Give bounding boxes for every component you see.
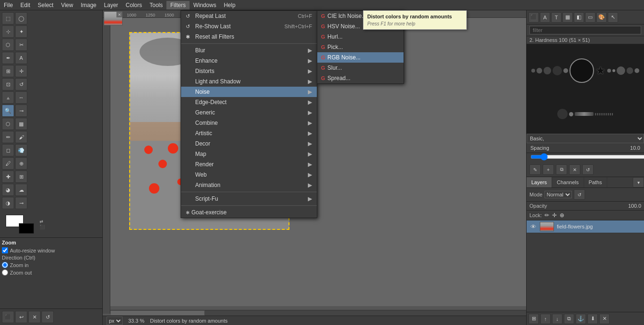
noise-rgb[interactable]: G RGB Noise... bbox=[317, 52, 404, 63]
tool-transform[interactable]: ↺ bbox=[15, 78, 27, 90]
menu-edit[interactable]: Edit bbox=[17, 1, 34, 9]
tool-airbrush[interactable]: 💨 bbox=[15, 144, 27, 156]
unit-select[interactable]: px bbox=[107, 317, 123, 325]
merge-layers-btn[interactable]: ⬇ bbox=[587, 314, 598, 324]
tool-rect-select[interactable]: ⬚ bbox=[2, 12, 14, 24]
tool-text[interactable]: A bbox=[15, 52, 27, 64]
tool-pencil[interactable]: ✏ bbox=[2, 131, 14, 143]
filters-map[interactable]: Map ▶ bbox=[181, 149, 317, 159]
filters-combine[interactable]: Combine ▶ bbox=[181, 118, 317, 128]
filters-light-shadow[interactable]: Light and Shadow ▶ bbox=[181, 76, 317, 87]
filters-script-fu[interactable]: Script-Fu ▶ bbox=[181, 194, 317, 204]
tool-measure[interactable]: ⊸ bbox=[15, 105, 27, 117]
tool-desaturate[interactable]: ⊸ bbox=[15, 197, 27, 209]
edit-brush-btn[interactable]: ✎ bbox=[529, 164, 541, 175]
tool-paintbrush[interactable]: 🖌 bbox=[15, 131, 27, 143]
tool-crop[interactable]: ⊡ bbox=[2, 78, 14, 90]
zoom-out-radio[interactable] bbox=[2, 269, 8, 276]
pattern-icon[interactable]: ▦ bbox=[562, 12, 573, 23]
noise-hurl[interactable]: G Hurl... bbox=[317, 32, 404, 42]
menu-tools[interactable]: Tools bbox=[146, 1, 166, 9]
swap-colors-icon[interactable]: ⇄ bbox=[40, 219, 45, 224]
menu-image[interactable]: Image bbox=[77, 1, 100, 9]
tool-smudge[interactable]: ☁ bbox=[15, 184, 27, 196]
tool-blur-sharpen[interactable]: ◕ bbox=[2, 184, 14, 196]
menu-layer[interactable]: Layer bbox=[100, 1, 122, 9]
menu-select[interactable]: Select bbox=[34, 1, 57, 9]
star-brush[interactable]: ★ bbox=[595, 64, 606, 77]
duplicate-layer-btn[interactable]: ⧉ bbox=[564, 314, 574, 324]
refresh-brush-btn[interactable]: ↺ bbox=[582, 164, 594, 175]
background-color[interactable] bbox=[19, 223, 34, 234]
tool-free-select[interactable]: ⊹ bbox=[2, 25, 14, 38]
palette-icon[interactable]: 🎨 bbox=[596, 12, 607, 23]
delete-brush-btn[interactable]: ✕ bbox=[569, 164, 580, 175]
tool-align[interactable]: ⊞ bbox=[2, 65, 14, 77]
filters-edge-detect[interactable]: Edge-Detect ▶ bbox=[181, 97, 317, 107]
reset-colors-icon[interactable]: ⬛ bbox=[40, 225, 45, 229]
lock-position-icon[interactable]: ✛ bbox=[552, 212, 557, 219]
tab-layers[interactable]: Layers bbox=[527, 177, 552, 187]
pointer-icon[interactable]: ↖ bbox=[608, 12, 618, 23]
filters-artistic[interactable]: Artistic ▶ bbox=[181, 128, 317, 138]
delete-layer-btn[interactable]: ✕ bbox=[599, 314, 610, 324]
menu-filters[interactable]: Filters bbox=[166, 1, 190, 9]
filters-reset-all[interactable]: ✱ Reset all Filters bbox=[181, 32, 317, 42]
new-layer-group-btn[interactable]: ⊞ bbox=[528, 314, 539, 324]
color-swatch[interactable] bbox=[6, 215, 34, 234]
tool-ellipse-select[interactable]: ◯ bbox=[15, 12, 27, 24]
tool-blend[interactable]: ▦ bbox=[15, 118, 27, 130]
menu-view[interactable]: View bbox=[57, 1, 77, 9]
tool-move[interactable]: ✛ bbox=[15, 65, 27, 77]
zoom-in-radio[interactable] bbox=[2, 262, 8, 268]
filters-distorts[interactable]: Distorts ▶ bbox=[181, 66, 317, 76]
restore-icon[interactable]: ↺ bbox=[41, 311, 54, 323]
filters-decor[interactable]: Decor ▶ bbox=[181, 138, 317, 149]
tab-paths[interactable]: Paths bbox=[584, 177, 607, 187]
menu-file[interactable]: File bbox=[0, 1, 17, 9]
mode-select[interactable]: Normal bbox=[545, 191, 572, 198]
color-history-icon[interactable]: ◧ bbox=[574, 12, 584, 23]
menu-windows[interactable]: Windows bbox=[190, 1, 220, 9]
font-icon[interactable]: A bbox=[540, 12, 550, 23]
tool-paths[interactable]: ✒ bbox=[2, 52, 14, 64]
tool-eraser[interactable]: ◻ bbox=[2, 144, 14, 156]
tool-ink[interactable]: 🖊 bbox=[2, 157, 14, 170]
tool-zoom[interactable]: 🔍 bbox=[2, 105, 14, 117]
lock-all-icon[interactable]: ⊕ bbox=[560, 212, 564, 219]
brush-preset-select[interactable]: Basic, bbox=[527, 134, 644, 143]
filters-render[interactable]: Render ▶ bbox=[181, 159, 317, 170]
layer-visibility-icon[interactable]: 👁 bbox=[529, 223, 537, 230]
tool-paintbucket[interactable]: ⬡ bbox=[2, 118, 14, 130]
delete-icon[interactable]: ✕ bbox=[28, 311, 41, 323]
filters-goat-exercise[interactable]: ✱ Goat-exercise bbox=[181, 207, 317, 218]
new-image-icon[interactable]: ⬛ bbox=[2, 311, 14, 323]
tool-perspective[interactable]: ⟁ bbox=[2, 91, 14, 104]
tool-clone[interactable]: ⊕ bbox=[15, 157, 27, 170]
mode-reset-icon[interactable]: ↺ bbox=[574, 189, 585, 200]
selected-brush[interactable] bbox=[570, 58, 594, 83]
tool-scissors[interactable]: ✂ bbox=[15, 39, 27, 51]
hscrollbar[interactable] bbox=[110, 310, 526, 316]
layer-panel-menu[interactable]: ▾ bbox=[633, 177, 644, 187]
tool-perspective-clone[interactable]: ⊞ bbox=[15, 171, 27, 183]
tool-dodge-burn[interactable]: ◑ bbox=[2, 197, 14, 209]
duplicate-brush-btn[interactable]: ⧉ bbox=[556, 164, 567, 175]
create-brush-btn[interactable]: + bbox=[543, 164, 554, 175]
filters-reshow-last[interactable]: ↺ Re-Show Last Shift+Ctrl+F bbox=[181, 21, 317, 32]
undo-icon[interactable]: ↩ bbox=[15, 311, 27, 323]
noise-pick[interactable]: G Pick... bbox=[317, 42, 404, 52]
tool-heal[interactable]: ✚ bbox=[2, 171, 14, 183]
filters-animation[interactable]: Animation ▶ bbox=[181, 180, 317, 190]
lock-pixels-icon[interactable]: ✏ bbox=[545, 212, 549, 219]
filters-web[interactable]: Web ▶ bbox=[181, 170, 317, 180]
brush-settings-icon[interactable]: ⬛ bbox=[528, 12, 539, 23]
auto-resize-checkbox[interactable] bbox=[2, 247, 8, 253]
spacing-slider[interactable] bbox=[530, 153, 644, 161]
filters-blur[interactable]: Blur ▶ bbox=[181, 45, 317, 56]
up-layer-btn[interactable]: ↑ bbox=[540, 314, 551, 324]
gradient-icon[interactable]: ▭ bbox=[585, 12, 595, 23]
filters-enhance[interactable]: Enhance ▶ bbox=[181, 56, 317, 66]
filters-repeat-last[interactable]: ↺ Repeat Last Ctrl+F bbox=[181, 11, 317, 21]
menu-colors[interactable]: Colors bbox=[122, 1, 146, 9]
